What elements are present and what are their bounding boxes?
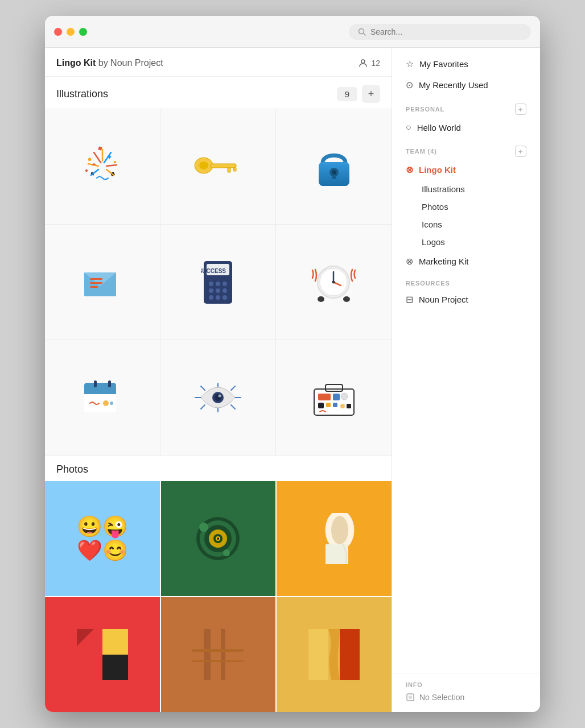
svg-point-90 (199, 523, 208, 532)
nav-icons[interactable]: Icons (392, 216, 540, 233)
add-personal-button[interactable]: + (515, 104, 526, 115)
svg-rect-57 (84, 394, 116, 399)
svg-point-2 (361, 60, 365, 63)
illustrations-grid: SUCCESS (45, 109, 392, 456)
illustration-mail[interactable] (45, 225, 160, 340)
svg-point-51 (332, 280, 335, 283)
svg-rect-20 (228, 168, 230, 172)
no-selection-label: No Selection (419, 693, 464, 702)
eye-icon (192, 380, 244, 415)
svg-rect-78 (326, 403, 331, 407)
star-icon: ☆ (406, 59, 414, 69)
add-illustrations-button[interactable]: + (362, 85, 380, 103)
illustrations-count: 9 (337, 87, 357, 101)
alarm-clock-icon (310, 258, 358, 307)
app-window: Lingo Kit by Noun Project 12 Illustratio… (45, 16, 540, 712)
illustration-lock[interactable] (276, 109, 392, 225)
nav-recently-used[interactable]: ⊙ My Recently Used (392, 75, 540, 96)
kit-header: Lingo Kit by Noun Project 12 (45, 48, 392, 77)
svg-rect-9 (114, 161, 117, 164)
svg-rect-105 (340, 629, 360, 680)
photo-wood[interactable] (161, 597, 276, 712)
svg-rect-82 (347, 404, 351, 408)
photo-curtain[interactable] (277, 597, 392, 712)
svg-rect-30 (90, 278, 102, 280)
sidebar-info: INFO No Selection (392, 673, 540, 712)
illustration-calculator[interactable]: SUCCESS (160, 225, 276, 340)
svg-line-14 (106, 165, 117, 166)
key-icon (192, 150, 244, 184)
svg-point-38 (223, 282, 227, 286)
illustration-eye[interactable] (160, 340, 276, 456)
svg-rect-104 (308, 629, 328, 680)
nav-noun-project[interactable]: ⊟ Noun Project (392, 289, 540, 310)
illustration-key[interactable] (160, 109, 276, 225)
svg-rect-54 (84, 391, 116, 394)
nav-favorites[interactable]: ☆ My Favorites (392, 53, 540, 75)
svg-point-60 (103, 400, 109, 406)
nav-logos[interactable]: Logos (392, 233, 540, 251)
personal-section-label: PERSONAL + (392, 96, 540, 117)
svg-rect-75 (318, 394, 331, 400)
kit-members: 12 (359, 59, 380, 68)
svg-line-66 (201, 386, 205, 390)
illustration-calendar[interactable] (45, 340, 160, 456)
illustrations-title: Illustrations (56, 88, 108, 100)
calendar-icon (80, 375, 125, 420)
nav-photos[interactable]: Photos (392, 198, 540, 216)
svg-point-61 (110, 402, 113, 405)
maximize-button[interactable] (79, 28, 87, 36)
close-button[interactable] (54, 28, 62, 36)
svg-rect-77 (318, 403, 324, 408)
illustration-alarm-clock[interactable] (276, 225, 392, 340)
svg-rect-96 (102, 629, 128, 655)
nav-marketing-kit[interactable]: ⊗ Marketing Kit (392, 251, 540, 272)
noun-project-label: Noun Project (419, 295, 468, 304)
photos-grid: 😀😜❤️😊 (45, 481, 392, 712)
minimize-button[interactable] (67, 28, 75, 36)
photo-emoji[interactable]: 😀😜❤️😊 (45, 481, 160, 596)
photo-geometric[interactable] (45, 597, 160, 712)
traffic-lights (54, 28, 87, 36)
photo-vinyl[interactable] (161, 481, 276, 596)
circle-icon: ○ (406, 122, 411, 133)
svg-rect-102 (192, 649, 244, 652)
illustration-confetti[interactable] (45, 109, 160, 225)
illustrations-sub-label: Illustrations (422, 184, 465, 194)
hello-world-label: Hello World (417, 123, 461, 133)
favorites-label: My Favorites (419, 59, 468, 69)
svg-point-36 (209, 282, 213, 286)
illustration-kit[interactable] (276, 340, 392, 456)
curtain-icon (308, 629, 360, 680)
logos-sub-label: Logos (422, 237, 445, 247)
svg-point-93 (331, 516, 348, 544)
photos-sub-label: Photos (422, 202, 448, 212)
icons-sub-label: Icons (422, 220, 442, 229)
svg-point-46 (343, 296, 350, 302)
nav-illustrations[interactable]: Illustrations (392, 180, 540, 198)
svg-point-43 (216, 295, 220, 300)
titlebar (45, 16, 540, 48)
svg-point-40 (216, 288, 220, 293)
svg-point-42 (209, 295, 213, 300)
recently-used-label: My Recently Used (419, 80, 488, 90)
svg-rect-99 (192, 629, 244, 680)
add-team-button[interactable]: + (515, 146, 526, 157)
nav-lingo-kit[interactable]: ⊗ Lingo Kit (392, 159, 540, 180)
svg-line-11 (94, 152, 101, 163)
no-selection: No Selection (406, 693, 526, 702)
svg-line-69 (231, 405, 235, 409)
nav-hello-world[interactable]: ○ Hello World (392, 117, 540, 138)
svg-line-67 (231, 386, 235, 390)
kit-icon (311, 378, 357, 417)
svg-rect-79 (333, 403, 337, 407)
search-bar[interactable] (349, 24, 531, 40)
calculator-icon: SUCCESS (201, 258, 235, 307)
svg-rect-4 (88, 158, 92, 162)
marketing-kit-icon: ⊗ (406, 256, 413, 267)
svg-rect-100 (204, 629, 211, 680)
search-input[interactable] (370, 27, 522, 36)
svg-line-1 (364, 33, 366, 35)
resources-section-label: RESOURCES (392, 272, 540, 289)
photo-fashion[interactable] (277, 481, 392, 596)
